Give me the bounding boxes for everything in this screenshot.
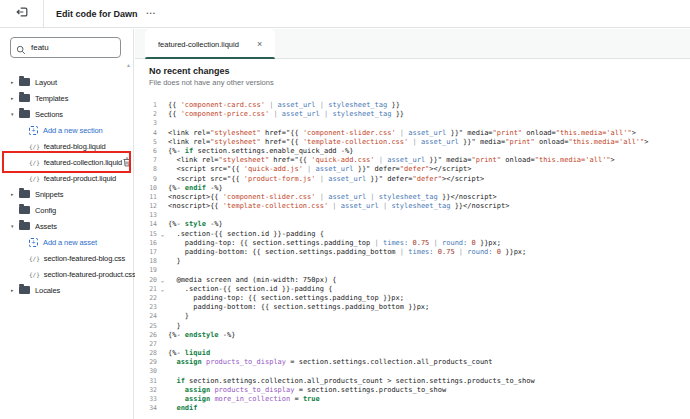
folder-icon (19, 190, 30, 198)
code-line[interactable]: 28{%- liquid (135, 349, 690, 358)
code-text: @media screen and (min-width: 750px) { (168, 276, 690, 285)
folder-item-sections[interactable]: ▾Sections (5, 106, 128, 122)
code-line[interactable]: 3 (135, 119, 690, 128)
code-line[interactable]: 24 } (135, 312, 690, 321)
code-line[interactable]: 5<link rel="stylesheet" href="{{ 'templa… (135, 138, 690, 147)
code-line[interactable]: 2{{ 'component-price.css' | asset_url | … (135, 110, 690, 119)
code-line[interactable]: 22 padding-top: {{ section.settings.padd… (135, 294, 690, 303)
fold-spacer (157, 211, 168, 220)
fold-spacer (157, 358, 168, 367)
fold-toggle-icon[interactable]: ⌄ (157, 276, 168, 285)
code-line[interactable]: 16 padding-top: {{ section.settings.padd… (135, 239, 690, 248)
code-line[interactable]: 26{%- endstyle -%} (135, 331, 690, 340)
folder-icon (19, 110, 30, 118)
code-line[interactable]: 30 (135, 367, 690, 376)
code-line[interactable]: 14{%- style -%} (135, 220, 690, 229)
code-editor[interactable]: 1{{ 'component-card.css' | asset_url | s… (135, 101, 690, 413)
line-number: 31 (135, 377, 157, 386)
scrollbar-up-icon[interactable]: ▲ (126, 62, 131, 68)
code-text (168, 266, 690, 275)
code-line[interactable]: 12<noscript>{{ 'template-collection.css'… (135, 202, 690, 211)
code-line[interactable]: 7 <link rel="stylesheet" href="{{ 'quick… (135, 156, 690, 165)
code-line[interactable]: 18 } (135, 257, 690, 266)
fold-toggle-icon[interactable]: ⌄ (157, 285, 168, 294)
tree-item-label: Assets (35, 222, 57, 231)
code-line[interactable]: 34 endif (135, 404, 690, 413)
file-item-section-featured-product-css[interactable]: {/}section-featured-product.css (5, 266, 128, 282)
caret-down-icon: ▾ (11, 112, 19, 117)
close-tab-icon[interactable]: × (257, 40, 262, 49)
file-item-featured-product-liquid[interactable]: {/}featured-product.liquid (5, 170, 128, 186)
code-line[interactable]: 6{%- if section.settings.enable_quick_ad… (135, 147, 690, 156)
folder-item-assets[interactable]: ▾Assets (5, 218, 128, 234)
line-number: 34 (135, 404, 157, 413)
folder-icon (19, 94, 30, 102)
line-number: 12 (135, 202, 157, 211)
tab-featured-collection[interactable]: featured-collection.liquid × (145, 29, 275, 59)
fold-spacer (157, 147, 168, 156)
fold-spacer (157, 386, 168, 395)
code-line[interactable]: 25 } (135, 322, 690, 331)
code-line[interactable]: 23 padding-bottom: {{ section.settings.p… (135, 303, 690, 312)
code-file-icon: {/} (29, 255, 40, 262)
code-line[interactable]: 21⌄ .section-{{ section.id }}-padding { (135, 285, 690, 294)
code-line[interactable]: 27 (135, 340, 690, 349)
code-line[interactable]: 4<link rel="stylesheet" href="{{ 'compon… (135, 129, 690, 138)
code-line[interactable]: 33 assign more_in_collection = true (135, 395, 690, 404)
fold-spacer (157, 239, 168, 248)
fold-spacer (157, 257, 168, 266)
fold-toggle-icon[interactable]: ⌄ (157, 230, 168, 239)
search-input[interactable] (10, 37, 121, 58)
folder-item-config[interactable]: Config (5, 202, 128, 218)
code-line[interactable]: 32 assign products_to_display = section.… (135, 386, 690, 395)
folder-item-layout[interactable]: ▸Layout (5, 74, 128, 90)
tree-item-label: Config (35, 206, 56, 215)
code-line[interactable]: 13 (135, 211, 690, 220)
folder-item-locales[interactable]: ▸Locales (5, 282, 128, 298)
action-add-a-new-section[interactable]: +Add a new section (5, 122, 128, 138)
tree-item-label: Sections (35, 110, 63, 119)
code-line[interactable]: 20⌄ @media screen and (min-width: 750px)… (135, 276, 690, 285)
version-banner: No recent changes File does not have any… (135, 59, 690, 99)
code-line[interactable]: 1{{ 'component-card.css' | asset_url | s… (135, 101, 690, 110)
line-number: 24 (135, 312, 157, 321)
code-line[interactable]: 15⌄ .section-{{ section.id }}-padding { (135, 230, 690, 239)
code-text: } (168, 322, 690, 331)
fold-spacer (157, 349, 168, 358)
fold-spacer (157, 395, 168, 404)
folder-icon (19, 286, 30, 294)
more-actions-button[interactable]: ••• (147, 11, 157, 16)
code-line[interactable]: 29 assign products_to_display = section.… (135, 358, 690, 367)
code-line[interactable]: 17 padding-bottom: {{ section.settings.p… (135, 248, 690, 257)
fold-spacer (157, 193, 168, 202)
fold-spacer (157, 248, 168, 257)
code-line[interactable]: 31 if section.settings.collection.all_pr… (135, 377, 690, 386)
folder-item-templates[interactable]: ▸Templates (5, 90, 128, 106)
line-number: 3 (135, 119, 157, 128)
code-file-icon: {/} (29, 159, 40, 166)
folder-item-snippets[interactable]: ▸Snippets (5, 186, 128, 202)
line-number: 23 (135, 303, 157, 312)
file-item-section-featured-blog-css[interactable]: {/}section-featured-blog.css (5, 250, 128, 266)
action-add-a-new-asset[interactable]: +Add a new asset (5, 234, 128, 250)
file-item-featured-blog-liquid[interactable]: {/}featured-blog.liquid (5, 138, 128, 154)
code-text: {{ 'component-card.css' | asset_url | st… (168, 101, 690, 110)
file-item-featured-collection-liquid[interactable]: {/}featured-collection.liquid (5, 154, 128, 170)
code-file-icon: {/} (29, 143, 40, 150)
code-line[interactable]: 10{%- endif -%} (135, 184, 690, 193)
code-text: assign products_to_display = section.set… (168, 358, 690, 367)
code-line[interactable]: 19 (135, 266, 690, 275)
code-line[interactable]: 8 <script src="{{ 'quick-add.js' | asset… (135, 165, 690, 174)
code-text: <link rel="stylesheet" href="{{ 'compone… (168, 129, 690, 138)
tree-item-label: section-featured-blog.css (44, 254, 125, 263)
code-text: padding-bottom: {{ section.settings.padd… (168, 303, 690, 312)
code-line[interactable]: 9 <script src="{{ 'product-form.js' | as… (135, 175, 690, 184)
folder-icon (19, 222, 30, 230)
exit-button[interactable] (0, 0, 44, 28)
fold-spacer (157, 367, 168, 376)
delete-icon[interactable] (122, 157, 132, 167)
code-text: <noscript>{{ 'template-collection.css' |… (168, 202, 690, 211)
folder-icon (19, 78, 30, 86)
code-line[interactable]: 11<noscript>{{ 'component-slider.css' | … (135, 193, 690, 202)
fold-spacer (157, 110, 168, 119)
